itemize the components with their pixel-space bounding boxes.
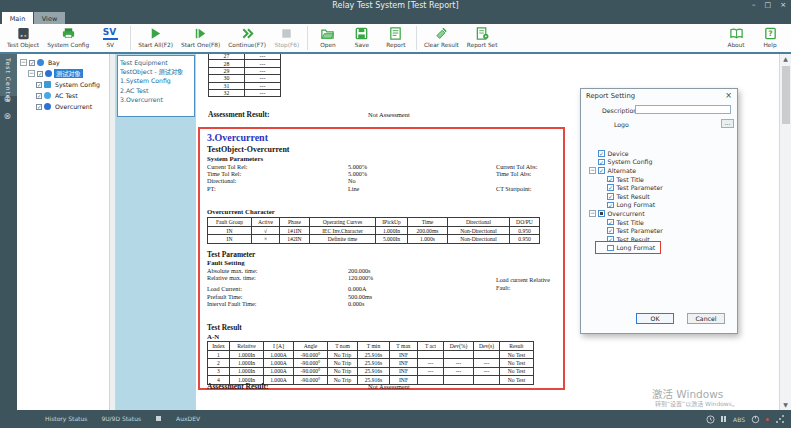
expand-icon[interactable]: − — [20, 59, 27, 66]
maximize-button[interactable]: □ — [765, 0, 772, 10]
dialog-tree-item[interactable]: −Overcurrent — [586, 209, 732, 218]
dialog-tree-item[interactable]: ✓Test Parameter — [586, 183, 732, 192]
section-checkbox[interactable]: ✓ — [598, 150, 605, 157]
dialog-tree-label[interactable]: Test Result — [617, 236, 650, 243]
tree-item-actest[interactable]: ✓AC Test — [17, 90, 109, 101]
close-circle-icon[interactable]: ⊗ — [4, 112, 12, 121]
dialog-tree-label[interactable]: Long Format — [617, 201, 656, 208]
dialog-tree-label[interactable]: Test Parameter — [617, 184, 663, 191]
tree-item-label[interactable]: AC Test — [53, 92, 80, 99]
about-button[interactable]: About — [719, 25, 753, 48]
section-checkbox[interactable]: ✓ — [607, 219, 614, 226]
logo-browse-button[interactable]: ... — [721, 119, 734, 128]
report-setting-dialog: Report Setting × Description Logo ... ✓D… — [580, 88, 738, 334]
dialog-tree-item[interactable]: ✓Test Parameter — [586, 226, 732, 235]
expand-icon[interactable]: − — [589, 210, 596, 217]
dialog-tree-label[interactable]: Test Title — [617, 219, 644, 226]
tree-checkbox[interactable]: ✓ — [37, 71, 43, 77]
section-checkbox[interactable]: ✓ — [607, 236, 614, 243]
scroll-down-icon[interactable]: ▼ — [780, 400, 791, 410]
dialog-tree-label[interactable]: System Config — [608, 158, 653, 165]
dialog-tree-label[interactable]: Overcurrent — [608, 210, 645, 217]
dialog-tree-item[interactable]: ✓Test Result — [586, 192, 732, 201]
tree-item-label[interactable]: Bay — [46, 59, 62, 66]
tree-checkbox[interactable]: ✓ — [36, 82, 42, 88]
dialog-tree-item[interactable]: ✓Test Result — [586, 235, 732, 244]
expand-icon[interactable]: − — [589, 167, 596, 174]
column-header: Active — [252, 218, 280, 227]
section-checkbox[interactable]: ✓ — [607, 227, 614, 234]
tab-view[interactable]: View — [34, 12, 65, 24]
nav-item[interactable]: 1.System Config — [120, 76, 192, 85]
sv-button[interactable]: SVSV — [93, 25, 127, 48]
dialog-tree-label[interactable]: Long Format — [617, 244, 656, 251]
nav-item[interactable]: 2.AC Test — [120, 86, 192, 95]
tree-item-device[interactable]: −✓测试对象 — [17, 68, 109, 79]
tree-checkbox[interactable]: ✓ — [36, 93, 42, 99]
section-checkbox[interactable]: ✓ — [607, 193, 614, 200]
dialog-tree-label[interactable]: Test Title — [617, 176, 644, 183]
tree-item-label[interactable]: Overcurrent — [53, 103, 94, 110]
tree-item-overcurrent[interactable]: ✓Overcurrent — [17, 101, 109, 112]
tree-item-monitor[interactable]: ✓System Config — [17, 79, 109, 90]
vertical-scrollbar[interactable]: ▲ ▼ — [779, 54, 791, 410]
nav-item[interactable]: TestObject - 测试对象 — [120, 67, 192, 76]
start-all-button[interactable]: Start All(F2) — [134, 25, 177, 48]
report-nav-list: Test EquipmentTestObject - 测试对象1.System … — [117, 55, 195, 117]
table-row: 29--- — [209, 67, 281, 74]
section-checkbox[interactable]: ✓ — [607, 176, 614, 183]
dialog-tree-item[interactable]: ✓Test Title — [586, 218, 732, 227]
nav-item[interactable]: Test Equipment — [120, 58, 192, 67]
section-checkbox[interactable] — [598, 210, 605, 217]
tree-checkbox[interactable]: ✓ — [36, 104, 42, 110]
bay-icon — [37, 59, 44, 66]
section-checkbox[interactable]: ✓ — [598, 159, 605, 166]
tree-item-label[interactable]: System Config — [53, 81, 102, 88]
continue-label: Continue(F7) — [228, 42, 266, 48]
dialog-tree-label[interactable]: Device — [608, 150, 629, 157]
tree-checkbox[interactable]: ✓ — [29, 60, 35, 66]
section-checkbox[interactable]: ✓ — [607, 202, 614, 209]
dialog-tree-item[interactable]: ✓Device — [586, 149, 732, 158]
dialog-tree-label[interactable]: Test Result — [617, 193, 650, 200]
tree-item-bay[interactable]: −✓Bay — [17, 57, 109, 68]
scroll-thumb[interactable] — [782, 66, 790, 124]
section-checkbox[interactable] — [607, 245, 614, 252]
test-object-button[interactable]: Test Object — [3, 25, 43, 48]
add-circle-icon[interactable]: ⊕ — [4, 95, 12, 104]
power-status-icon — [751, 415, 760, 424]
dialog-tree-item[interactable]: ✓System Config — [586, 158, 732, 167]
close-button[interactable]: × — [780, 0, 786, 10]
table-row: 21.000In1.000A-90.000°No Trip25.916sINF-… — [208, 359, 534, 367]
tab-main[interactable]: Main — [2, 12, 33, 24]
expand-icon[interactable]: − — [28, 70, 35, 77]
left-rail: Test Center ⊕ ⊗ — [0, 54, 17, 410]
dialog-tree-item[interactable]: ✓Test Title — [586, 175, 732, 184]
report-button[interactable]: Report — [379, 25, 413, 48]
clear-result-button[interactable]: Clear Result — [420, 25, 463, 48]
dialog-tree-label[interactable]: Test Parameter — [617, 227, 663, 234]
tree-item-label[interactable]: 测试对象 — [54, 69, 83, 78]
dialog-tree-item[interactable]: −✓Alternate — [586, 166, 732, 175]
resize-grip[interactable] — [775, 414, 785, 424]
section-checkbox[interactable]: ✓ — [598, 167, 605, 174]
system-config-button[interactable]: System Config — [43, 25, 93, 48]
minimize-button[interactable]: – — [752, 0, 756, 10]
cancel-button[interactable]: Cancel — [687, 313, 725, 324]
help-button[interactable]: ?Help — [753, 25, 787, 48]
nav-item[interactable]: 3.Overcurrent — [120, 95, 192, 104]
dialog-tree-item[interactable]: Long Format — [586, 244, 732, 253]
description-input[interactable] — [635, 105, 731, 114]
report-set-button[interactable]: Report Set — [463, 25, 502, 48]
continue-button[interactable]: Continue(F7) — [224, 25, 270, 48]
section-checkbox[interactable]: ✓ — [607, 184, 614, 191]
dialog-tree-item[interactable]: ✓Long Format — [586, 201, 732, 210]
open-button[interactable]: Open — [311, 25, 345, 48]
scroll-up-icon[interactable]: ▲ — [780, 54, 791, 64]
stop-button[interactable]: Stop(F6) — [270, 25, 304, 48]
save-button[interactable]: Save — [345, 25, 379, 48]
start-one-button[interactable]: Start One(F8) — [177, 25, 224, 48]
ok-button[interactable]: OK — [636, 313, 674, 324]
dialog-close-icon[interactable]: × — [725, 91, 732, 100]
dialog-tree-label[interactable]: Alternate — [608, 167, 637, 174]
